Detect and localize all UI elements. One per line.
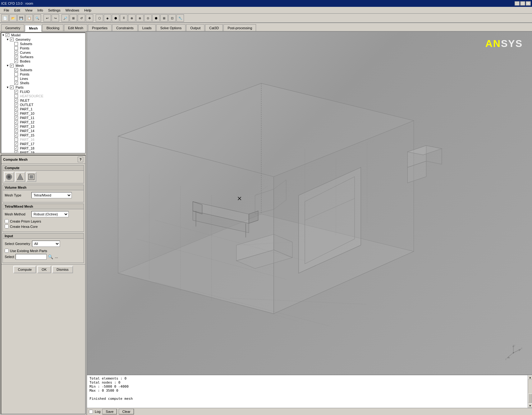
tab-cat3d[interactable]: Cat3D — [205, 24, 223, 31]
mesh-method-select[interactable]: Robust (Octree) Quick (Delaunay) — [31, 211, 69, 217]
tab-edit-mesh[interactable]: Edit Mesh — [64, 24, 87, 31]
mesh-btn-11[interactable]: 🔧 — [177, 14, 184, 22]
mesh-btn-8[interactable]: ⬟ — [152, 14, 160, 22]
tree-item-shells[interactable]: Shells — [1, 81, 85, 85]
tree-checkbox-part_17[interactable] — [14, 142, 18, 146]
menu-view[interactable]: View — [23, 8, 35, 13]
save-log-button[interactable]: Save — [102, 409, 117, 414]
tab-blocking[interactable]: Blocking — [42, 24, 63, 31]
open-button[interactable]: 📂 — [9, 14, 17, 22]
tree-checkbox-geometry[interactable] — [10, 38, 14, 41]
compute-button[interactable]: Compute — [13, 266, 36, 273]
tree-item-part_14[interactable]: PART_14 — [1, 129, 85, 133]
menu-edit[interactable]: Edit — [12, 8, 23, 13]
tree-checkbox-points[interactable] — [14, 46, 18, 50]
tree-item-surfaces[interactable]: Surfaces — [1, 55, 85, 59]
tree-item-part_11[interactable]: PART_11 — [1, 116, 85, 120]
select-dots-btn[interactable]: ... — [54, 255, 59, 259]
log-scrollbar[interactable]: ▲ ▼ — [528, 375, 532, 408]
tree-item-subsets[interactable]: Subsets — [1, 42, 85, 46]
tree-item-part_19[interactable]: PART_19 — [1, 150, 85, 154]
scroll-up-arrow[interactable]: ▲ — [528, 375, 532, 380]
tree-checkbox-subsets[interactable] — [14, 68, 18, 72]
help-icon[interactable]: ? — [78, 157, 83, 162]
tree-checkbox-part_10[interactable] — [14, 112, 18, 115]
close-button[interactable]: ✕ — [526, 1, 531, 6]
select-icon-btn[interactable]: 🔍 — [48, 254, 53, 259]
menu-help[interactable]: Help — [82, 8, 94, 13]
tree-checkbox-curves[interactable] — [14, 51, 18, 54]
mesh-btn-9[interactable]: ⊞ — [160, 14, 168, 22]
tree-checkbox-points[interactable] — [14, 72, 18, 76]
save-button[interactable]: 💾 — [17, 14, 25, 22]
menu-windows[interactable]: Windows — [63, 8, 82, 13]
tree-item-part_13[interactable]: PART_13 — [1, 124, 85, 129]
tab-properties[interactable]: Properties — [88, 24, 112, 31]
mesh-btn-1[interactable]: ⬡ — [96, 14, 103, 22]
tree-item-bodies[interactable]: Bodies — [1, 59, 85, 63]
tree-item-geometry[interactable]: ▼Geometry — [1, 37, 85, 42]
tree-item-curves[interactable]: Curves — [1, 50, 85, 55]
menu-file[interactable]: File — [1, 8, 12, 13]
tree-view[interactable]: ▼Model▼GeometrySubsetsPointsCurvesSurfac… — [1, 32, 86, 154]
tree-checkbox-part_15[interactable] — [14, 133, 18, 137]
tree-item-subsets[interactable]: Subsets — [1, 68, 85, 72]
tab-output[interactable]: Output — [186, 24, 204, 31]
tree-checkbox-parts[interactable] — [10, 85, 14, 89]
tree-checkbox-subsets[interactable] — [14, 42, 18, 46]
scroll-down-arrow[interactable]: ▼ — [528, 403, 532, 408]
mesh-btn-7[interactable]: ⊙ — [144, 14, 152, 22]
tree-item-heatsource[interactable]: HEATSOURCE — [1, 94, 85, 98]
mesh-btn-2[interactable]: ◈ — [104, 14, 111, 22]
tree-item-points[interactable]: Points — [1, 46, 85, 50]
tree-item-part_17[interactable]: PART_17 — [1, 142, 85, 146]
viewport[interactable]: ANSYS — [87, 32, 532, 375]
tree-checkbox-bodies[interactable] — [14, 59, 18, 63]
tree-checkbox-part_16[interactable] — [14, 138, 18, 141]
tree-checkbox-heatsource[interactable] — [14, 94, 18, 98]
tree-checkbox-mesh[interactable] — [10, 64, 14, 67]
toolbar-btn-5[interactable]: 🔍 — [34, 14, 41, 22]
tree-item-part_10[interactable]: PART_10 — [1, 111, 85, 116]
maximize-button[interactable]: □ — [520, 1, 525, 6]
tree-checkbox-part_11[interactable] — [14, 116, 18, 120]
toolbar-btn-4[interactable]: 📋 — [25, 14, 33, 22]
tree-checkbox-part_1[interactable] — [14, 107, 18, 111]
tree-checkbox-outlet[interactable] — [14, 103, 18, 107]
mesh-btn-3[interactable]: ⬢ — [112, 14, 119, 22]
tree-item-part_18[interactable]: PART_18 — [1, 146, 85, 150]
mesh-btn-6[interactable]: ⊗ — [136, 14, 144, 22]
undo-button[interactable]: ↩ — [44, 14, 51, 22]
redo-button[interactable]: ↪ — [52, 14, 59, 22]
fit-button[interactable]: ⊞ — [70, 14, 77, 22]
tree-item-outlet[interactable]: OUTLET — [1, 103, 85, 107]
tab-post-processing[interactable]: Post-processing — [223, 24, 256, 31]
tree-item-part_15[interactable]: PART_15 — [1, 133, 85, 137]
compute-icon-2[interactable] — [15, 172, 25, 182]
create-hexa-core-checkbox[interactable] — [5, 224, 9, 228]
tree-checkbox-part_13[interactable] — [14, 125, 18, 128]
select-input[interactable] — [16, 254, 47, 260]
new-button[interactable]: 📄 — [1, 14, 9, 22]
tree-item-lines[interactable]: Lines — [1, 76, 85, 81]
use-existing-checkbox[interactable] — [5, 249, 9, 253]
tree-item-inlet[interactable]: INLET — [1, 98, 85, 103]
tree-checkbox-part_14[interactable] — [14, 129, 18, 133]
mesh-btn-5[interactable]: ⊕ — [128, 14, 135, 22]
tree-checkbox-fluid[interactable] — [14, 90, 18, 94]
menu-info[interactable]: Info — [35, 8, 45, 13]
menu-settings[interactable]: Settings — [46, 8, 63, 13]
tree-item-model[interactable]: ▼Model — [1, 33, 85, 37]
tree-item-points[interactable]: Points — [1, 72, 85, 76]
ok-button[interactable]: OK — [37, 266, 51, 273]
tree-checkbox-part_19[interactable] — [14, 151, 18, 154]
tree-item-parts[interactable]: ▼Parts — [1, 85, 85, 90]
tab-loads[interactable]: Loads — [138, 24, 156, 31]
tab-geometry[interactable]: Geometry — [1, 24, 24, 31]
tab-mesh[interactable]: Mesh — [25, 25, 42, 32]
tree-checkbox-model[interactable] — [6, 33, 9, 37]
minimize-button[interactable]: _ — [515, 1, 520, 6]
compute-icon-3[interactable] — [26, 172, 36, 182]
tab-constraints[interactable]: Constraints — [112, 24, 138, 31]
pan-button[interactable]: ✥ — [86, 14, 93, 22]
